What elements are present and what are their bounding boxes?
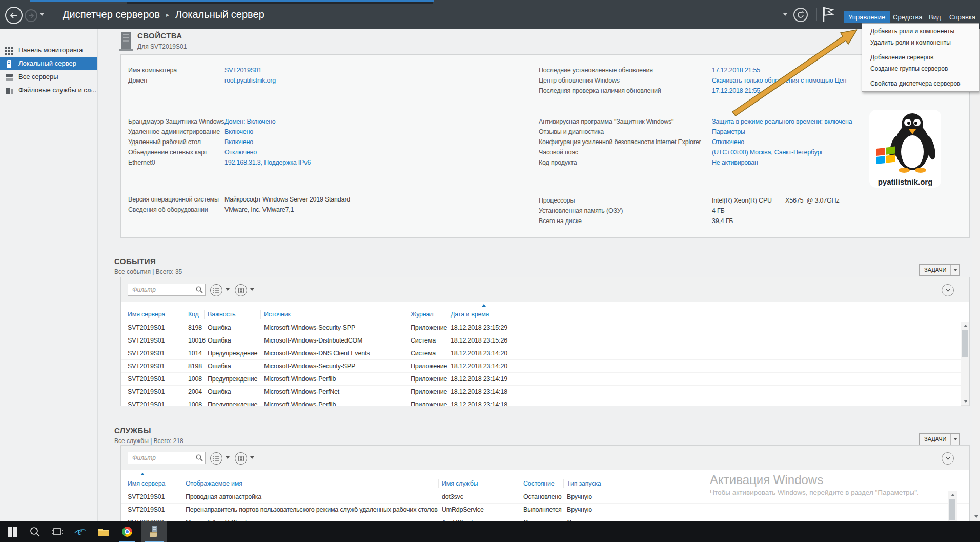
- scroll-down-icon[interactable]: [972, 513, 980, 520]
- menu-item-add-servers[interactable]: Добавление серверов: [862, 52, 979, 63]
- property-row: Код продуктаНе активирован: [539, 157, 758, 168]
- main-scrollbar[interactable]: [972, 29, 980, 521]
- tasks-caret-icon[interactable]: [950, 434, 959, 445]
- menu-item-tools[interactable]: Средства: [888, 11, 927, 23]
- property-value[interactable]: Отключено: [712, 138, 744, 146]
- property-value[interactable]: 17.12.2018 21:55: [712, 87, 760, 94]
- breadcrumb-root[interactable]: Диспетчер серверов: [63, 9, 160, 20]
- explorer-button[interactable]: [92, 521, 115, 542]
- property-value[interactable]: Параметры: [712, 128, 745, 135]
- table-row[interactable]: SVT2019S018198ОшибкаMicrosoft-Windows-Se…: [121, 360, 969, 373]
- tasks-caret-icon[interactable]: [950, 265, 959, 275]
- table-row[interactable]: SVT2019S011008ПредупреждениеMicrosoft-Wi…: [121, 398, 969, 406]
- services-view-caret-icon[interactable]: [226, 456, 230, 459]
- menu-item-server-manager-properties[interactable]: Свойства диспетчера серверов: [862, 78, 979, 89]
- sort-indicator-icon: [140, 473, 145, 475]
- property-value[interactable]: Включено: [224, 128, 253, 135]
- property-value[interactable]: Включено: [224, 138, 253, 146]
- notifications-flag-button[interactable]: [822, 7, 834, 24]
- taskbar-search-button[interactable]: [24, 521, 46, 542]
- scroll-up-icon[interactable]: [961, 322, 970, 330]
- refresh-caret-icon[interactable]: [783, 13, 787, 16]
- table-row[interactable]: SVT2019S0110016ОшибкаMicrosoft-Windows-D…: [121, 334, 969, 347]
- property-value[interactable]: Домен: Включено: [224, 118, 276, 125]
- cell-status: Остановлено: [523, 491, 562, 503]
- events-save-button[interactable]: [235, 284, 247, 296]
- menu-item-help[interactable]: Справка: [945, 11, 980, 23]
- property-label: Часовой пояс: [539, 147, 712, 157]
- nav-history-caret-icon[interactable]: [40, 13, 44, 16]
- task-view-button[interactable]: [46, 521, 69, 542]
- services-save-caret-icon[interactable]: [250, 456, 254, 459]
- cell-service-name: dot3svc: [442, 491, 463, 503]
- events-filter-band: [121, 277, 969, 302]
- sidebar-item-file-services[interactable]: Файловые службы и сл... ▷: [0, 84, 97, 97]
- scrollbar-thumb[interactable]: [949, 499, 955, 520]
- services-filter-input[interactable]: [128, 452, 206, 464]
- events-scrollbar[interactable]: [961, 322, 970, 406]
- services-view-button[interactable]: [210, 452, 222, 465]
- column-header[interactable]: Важность: [208, 307, 235, 322]
- sidebar-item-local-server[interactable]: Локальный сервер: [0, 57, 97, 70]
- column-header[interactable]: Код: [188, 307, 199, 322]
- scroll-up-icon[interactable]: [948, 491, 957, 499]
- property-value: Intel(R) Xeon(R) CPU X5675 @ 3.07GHz: [712, 197, 839, 204]
- chrome-button[interactable]: [116, 521, 138, 542]
- property-value: VMware, Inc. VMware7,1: [224, 206, 294, 213]
- expand-arrow-icon[interactable]: ▷: [88, 84, 92, 97]
- table-row[interactable]: SVT2019S018198ОшибкаMicrosoft-Windows-Se…: [121, 322, 969, 334]
- menu-item-remove-roles[interactable]: Удалить роли и компоненты: [862, 37, 979, 48]
- table-row[interactable]: SVT2019S01Перенаправитель портов пользов…: [121, 504, 969, 516]
- save-icon: [238, 288, 244, 293]
- events-view-button[interactable]: [210, 284, 222, 296]
- property-value[interactable]: 17.12.2018 21:55: [712, 67, 760, 74]
- menu-item-create-server-group[interactable]: Создание группы серверов: [862, 63, 979, 74]
- column-header[interactable]: Тип запуска: [567, 476, 601, 491]
- column-header[interactable]: Имя службы: [442, 476, 478, 491]
- property-value[interactable]: Не активирован: [712, 159, 758, 166]
- ie-button[interactable]: e: [69, 521, 91, 542]
- table-row[interactable]: SVT2019S012004ОшибкаMicrosoft-Windows-Pe…: [121, 386, 969, 398]
- property-value[interactable]: Отключено: [224, 149, 257, 156]
- column-header[interactable]: Имя сервера: [128, 476, 165, 491]
- property-value[interactable]: root.pyatilistnik.org: [224, 77, 276, 84]
- refresh-button[interactable]: [793, 8, 808, 22]
- cell-log: Приложение: [411, 373, 447, 385]
- search-icon: [196, 286, 203, 293]
- property-value[interactable]: SVT2019S01: [224, 67, 261, 74]
- scrollbar-thumb[interactable]: [962, 330, 968, 357]
- services-save-button[interactable]: [235, 452, 247, 465]
- property-value[interactable]: (UTC+03:00) Москва, Санкт-Петербург: [712, 149, 823, 156]
- events-tasks-button[interactable]: ЗАДАЧИ: [919, 264, 960, 276]
- sidebar-item-all-servers[interactable]: Все серверы: [0, 70, 97, 84]
- column-header[interactable]: Журнал: [411, 307, 433, 322]
- property-value[interactable]: 192.168.31.3, Поддержка IPv6: [224, 159, 311, 166]
- column-header[interactable]: Отображаемое имя: [186, 476, 242, 491]
- cell-datetime: 18.12.2018 23:15:29: [451, 322, 507, 334]
- server-manager-button[interactable]: [141, 521, 167, 542]
- scroll-down-icon[interactable]: [961, 397, 970, 405]
- column-header[interactable]: Состояние: [523, 476, 555, 491]
- events-filter-input[interactable]: [128, 284, 206, 296]
- sidebar-item-dashboard[interactable]: Панель мониторинга: [0, 44, 97, 57]
- menu-item-view[interactable]: Вид: [924, 11, 946, 23]
- start-button[interactable]: [1, 521, 24, 542]
- services-collapse-button[interactable]: [942, 452, 954, 465]
- column-header[interactable]: Имя сервера: [128, 307, 165, 322]
- back-button[interactable]: [5, 7, 23, 24]
- cell-server: SVT2019S01: [128, 334, 165, 347]
- column-header[interactable]: Дата и время: [451, 307, 489, 322]
- services-tasks-button[interactable]: ЗАДАЧИ: [919, 433, 960, 445]
- events-collapse-button[interactable]: [942, 284, 954, 296]
- events-view-caret-icon[interactable]: [226, 288, 230, 291]
- events-save-caret-icon[interactable]: [250, 288, 254, 291]
- table-row[interactable]: SVT2019S011008ПредупреждениеMicrosoft-Wi…: [121, 373, 969, 386]
- property-row: Установленная память (ОЗУ)4 ГБ: [539, 206, 725, 216]
- menu-item-add-roles[interactable]: Добавить роли и компоненты: [862, 26, 979, 37]
- property-value[interactable]: Защита в режиме реального времени: включ…: [712, 118, 852, 125]
- table-row[interactable]: SVT2019S011014ПредупреждениеMicrosoft-Wi…: [121, 347, 969, 360]
- menu-item-manage[interactable]: Управление: [844, 11, 890, 23]
- column-header[interactable]: Источник: [264, 307, 291, 322]
- forward-button[interactable]: [25, 9, 37, 22]
- property-value[interactable]: Скачивать только обновления с помощью Це…: [712, 77, 846, 84]
